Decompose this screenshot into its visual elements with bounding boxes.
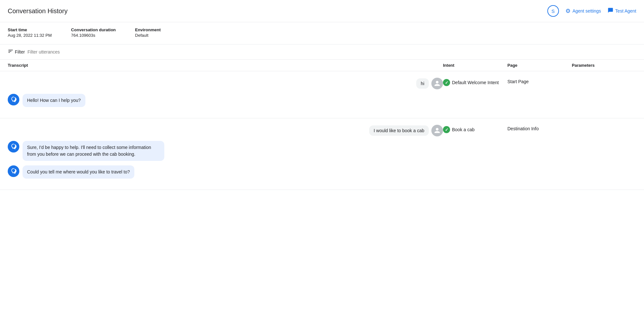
table-row: I would like to book a cab Sure, I'd be … bbox=[0, 118, 644, 190]
filter-label: Filter bbox=[15, 49, 25, 54]
check-icon: ✓ bbox=[445, 80, 448, 85]
agent-settings-label: Agent settings bbox=[572, 8, 601, 14]
filter-bar: Filter bbox=[0, 44, 644, 60]
user-bubble: hi bbox=[416, 78, 429, 89]
duration-label: Conversation duration bbox=[71, 27, 116, 32]
bot-turn-2a: Sure, I'd be happy to help. I'll need to… bbox=[8, 141, 443, 161]
intent-name-2: Book a cab bbox=[452, 127, 475, 132]
user-avatar-2 bbox=[431, 125, 443, 136]
header: Conversation History S ⚙ Agent settings … bbox=[0, 0, 644, 22]
intent-col-2: ✓ Book a cab bbox=[443, 125, 507, 133]
page-name-2: Destination Info bbox=[507, 126, 539, 131]
bot-avatar-2b bbox=[8, 165, 19, 177]
bot-turn-1: Hello! How can I help you? bbox=[8, 94, 443, 107]
table-row: hi Hello! How can I help you? ✓ Default … bbox=[0, 71, 644, 118]
meta-section: Start time Aug 28, 2022 11:32 PM Convers… bbox=[0, 22, 644, 44]
col-intent: Intent bbox=[443, 63, 507, 68]
environment-value: Default bbox=[135, 33, 160, 38]
user-turn-1: hi bbox=[8, 78, 443, 89]
bot-avatar bbox=[8, 94, 19, 105]
bot-avatar-2 bbox=[8, 141, 19, 153]
environment-label: Environment bbox=[135, 27, 160, 32]
intent-badge-2: ✓ Book a cab bbox=[443, 126, 475, 133]
params-col-1 bbox=[572, 78, 636, 79]
transcript-col-2: I would like to book a cab Sure, I'd be … bbox=[8, 125, 443, 183]
check-circle: ✓ bbox=[443, 79, 450, 86]
filter-icon bbox=[8, 48, 14, 55]
test-agent-link[interactable]: Test Agent bbox=[608, 7, 636, 15]
user-avatar bbox=[431, 78, 443, 89]
page-col-2: Destination Info bbox=[507, 125, 572, 131]
bot-bubble-2b: Could you tell me where would you like t… bbox=[23, 165, 134, 179]
user-bubble-2: I would like to book a cab bbox=[369, 125, 429, 136]
col-transcript: Transcript bbox=[8, 63, 443, 68]
start-time-label: Start time bbox=[8, 27, 52, 32]
filter-input[interactable] bbox=[27, 49, 636, 54]
page-title: Conversation History bbox=[8, 7, 68, 15]
bot-bubble: Hello! How can I help you? bbox=[23, 94, 85, 107]
intent-col-1: ✓ Default Welcome Intent bbox=[443, 78, 507, 86]
start-time-item: Start time Aug 28, 2022 11:32 PM bbox=[8, 27, 52, 38]
params-col-2 bbox=[572, 125, 636, 126]
bot-turn-2b: Could you tell me where would you like t… bbox=[8, 165, 443, 179]
col-page: Page bbox=[507, 63, 572, 68]
environment-item: Environment Default bbox=[135, 27, 160, 38]
chat-icon bbox=[608, 7, 613, 15]
intent-name-1: Default Welcome Intent bbox=[452, 80, 499, 85]
check-icon-2: ✓ bbox=[445, 127, 448, 132]
table-header: Transcript Intent Page Parameters bbox=[0, 60, 644, 71]
agent-settings-link[interactable]: ⚙ Agent settings bbox=[565, 7, 601, 15]
avatar: S bbox=[547, 5, 559, 17]
header-actions: S ⚙ Agent settings Test Agent bbox=[547, 5, 636, 17]
col-params: Parameters bbox=[572, 63, 636, 68]
gear-icon: ⚙ bbox=[565, 7, 571, 15]
filter-icon-wrap: Filter bbox=[8, 48, 25, 55]
duration-item: Conversation duration 764.109603s bbox=[71, 27, 116, 38]
user-turn-2: I would like to book a cab bbox=[8, 125, 443, 136]
intent-badge-1: ✓ Default Welcome Intent bbox=[443, 79, 499, 86]
check-circle-2: ✓ bbox=[443, 126, 450, 133]
test-agent-label: Test Agent bbox=[615, 8, 636, 14]
page-col-1: Start Page bbox=[507, 78, 572, 84]
bot-bubble-2a: Sure, I'd be happy to help. I'll need to… bbox=[23, 141, 164, 161]
page-name-1: Start Page bbox=[507, 79, 529, 84]
start-time-value: Aug 28, 2022 11:32 PM bbox=[8, 33, 52, 38]
transcript-col-1: hi Hello! How can I help you? bbox=[8, 78, 443, 112]
duration-value: 764.109603s bbox=[71, 33, 116, 38]
